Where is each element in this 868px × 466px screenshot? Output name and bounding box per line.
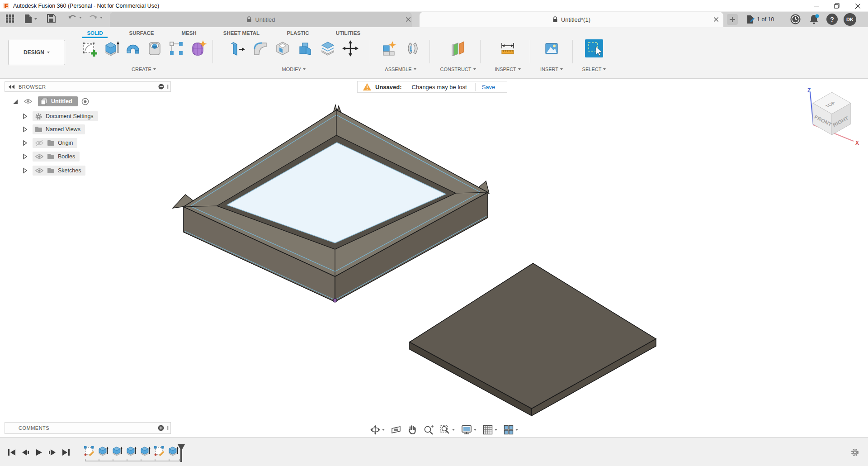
help-icon[interactable]: ? (826, 14, 838, 25)
comments-resize-grip[interactable] (167, 426, 169, 430)
timeline-go-to-end-button[interactable] (61, 447, 71, 457)
timeline-go-to-start-button[interactable] (7, 447, 17, 457)
notifications-bell-icon[interactable] (808, 14, 820, 25)
apps-grid-icon[interactable] (5, 14, 14, 23)
construct-plane-button[interactable] (449, 39, 467, 57)
timeline-step-back-button[interactable] (20, 447, 30, 457)
shell-button[interactable] (274, 39, 292, 57)
redo-button[interactable] (89, 14, 103, 21)
tab-mesh[interactable]: MESH (179, 29, 199, 37)
chevron-right-icon[interactable] (23, 113, 28, 119)
expand-arrow-icon[interactable] (12, 98, 19, 105)
browser-item-origin[interactable]: Origin (23, 138, 77, 148)
browser-item-bodies[interactable]: Bodies (23, 152, 80, 162)
job-status-icon[interactable] (790, 14, 801, 25)
tab-utilities[interactable]: UTILITIES (332, 29, 364, 37)
restore-button[interactable] (826, 0, 847, 12)
extrude-button[interactable] (102, 39, 120, 57)
document-tab-untitled[interactable]: Untitled (110, 12, 412, 27)
tab-sheet-metal[interactable]: SHEET METAL (220, 29, 263, 37)
select-button[interactable] (585, 39, 603, 57)
file-icon (24, 14, 32, 24)
browser-collapse-all-icon[interactable] (158, 84, 164, 90)
viewports-button[interactable] (503, 424, 518, 435)
create-form-button[interactable] (189, 39, 207, 57)
display-settings-button[interactable] (461, 424, 476, 435)
browser-item-document-settings[interactable]: Document Settings (23, 111, 98, 121)
chevron-right-icon[interactable] (23, 167, 28, 174)
user-avatar[interactable]: DK (844, 13, 856, 26)
collapse-panel-icon[interactable] (9, 85, 15, 89)
viewcube[interactable]: TOP FRONT RIGHT Z X (804, 86, 867, 147)
group-label-inspect[interactable]: INSPECT (487, 67, 528, 72)
timeline-feature-extrude-2[interactable] (112, 446, 123, 456)
timeline-step-forward-button[interactable] (47, 447, 57, 457)
save-link[interactable]: Save (482, 84, 495, 90)
chevron-right-icon[interactable] (23, 153, 28, 160)
timeline-play-button[interactable] (34, 447, 44, 457)
undo-button[interactable] (68, 14, 82, 21)
visibility-eye-icon[interactable] (24, 98, 33, 105)
visibility-off-eye-icon[interactable] (35, 140, 44, 146)
tab-surface[interactable]: SURFACE (127, 29, 156, 37)
group-label-create[interactable]: CREATE (80, 67, 207, 72)
visibility-eye-icon[interactable] (35, 153, 44, 160)
measure-button[interactable] (499, 39, 517, 57)
add-comment-icon[interactable] (158, 425, 164, 431)
press-pull-button[interactable] (228, 39, 246, 57)
comments-panel-header[interactable]: COMMENTS (5, 422, 171, 434)
version-indicator[interactable]: 1 of 10 (747, 15, 774, 24)
tab-plastic[interactable]: PLASTIC (283, 29, 313, 37)
browser-item-named-views[interactable]: Named Views (23, 124, 85, 134)
look-at-button[interactable] (391, 425, 401, 435)
rectangular-pattern-button[interactable] (167, 39, 185, 57)
hole-button[interactable] (146, 39, 164, 57)
browser-item-sketches[interactable]: Sketches (23, 166, 85, 176)
minimize-button[interactable] (806, 0, 826, 12)
close-tab-2-icon[interactable] (712, 16, 720, 23)
chevron-right-icon[interactable] (23, 140, 28, 146)
group-label-select[interactable]: SELECT (575, 67, 613, 72)
new-tab-button[interactable] (727, 14, 738, 25)
group-label-modify[interactable]: MODIFY (228, 67, 359, 72)
grid-settings-button[interactable] (482, 424, 497, 435)
browser-root-chip[interactable]: Untitled (38, 96, 78, 106)
orbit-button[interactable] (370, 424, 385, 435)
workspace-selector[interactable]: DESIGN (8, 40, 65, 65)
save-button[interactable] (47, 14, 56, 23)
pan-button[interactable] (407, 424, 417, 435)
fillet-button[interactable] (251, 39, 269, 57)
revolve-button[interactable] (124, 39, 142, 57)
chevron-right-icon[interactable] (23, 126, 28, 133)
joint-button[interactable] (403, 39, 421, 57)
combine-button[interactable] (296, 39, 314, 57)
group-label-insert[interactable]: INSERT (533, 67, 571, 72)
timeline-feature-extrude-4[interactable] (140, 446, 151, 456)
document-tab-untitled-1-active[interactable]: Untitled*(1) (420, 12, 723, 27)
zoom-button[interactable] (423, 424, 434, 435)
file-menu-button[interactable] (24, 14, 37, 24)
undo-icon (68, 14, 77, 21)
browser-panel-header[interactable]: BROWSER (5, 81, 171, 92)
fit-button[interactable] (440, 424, 455, 435)
timeline-feature-sketch-1[interactable] (84, 446, 94, 456)
create-sketch-button[interactable] (80, 39, 99, 57)
insert-canvas-button[interactable] (542, 39, 561, 57)
navigation-bar (370, 423, 518, 436)
offset-face-button[interactable] (319, 39, 337, 57)
tab-solid[interactable]: SOLID (83, 29, 107, 37)
timeline-feature-extrude-1[interactable] (98, 446, 108, 456)
group-label-construct[interactable]: CONSTRUCT (438, 67, 478, 72)
timeline-feature-extrude-3[interactable] (126, 446, 137, 456)
visibility-eye-icon[interactable] (35, 167, 44, 174)
new-component-button[interactable] (380, 39, 398, 57)
timeline-feature-sketch-2[interactable] (154, 446, 165, 456)
close-tab-1-icon[interactable] (405, 16, 412, 23)
group-label-assemble[interactable]: ASSEMBLE (380, 67, 421, 72)
activate-component-radio-icon[interactable] (81, 98, 89, 105)
browser-root-row[interactable]: Untitled (12, 96, 89, 106)
move-copy-button[interactable] (341, 39, 359, 57)
timeline-settings-gear-icon[interactable] (850, 448, 859, 457)
close-window-button[interactable] (847, 0, 868, 12)
browser-resize-grip[interactable] (167, 85, 169, 89)
